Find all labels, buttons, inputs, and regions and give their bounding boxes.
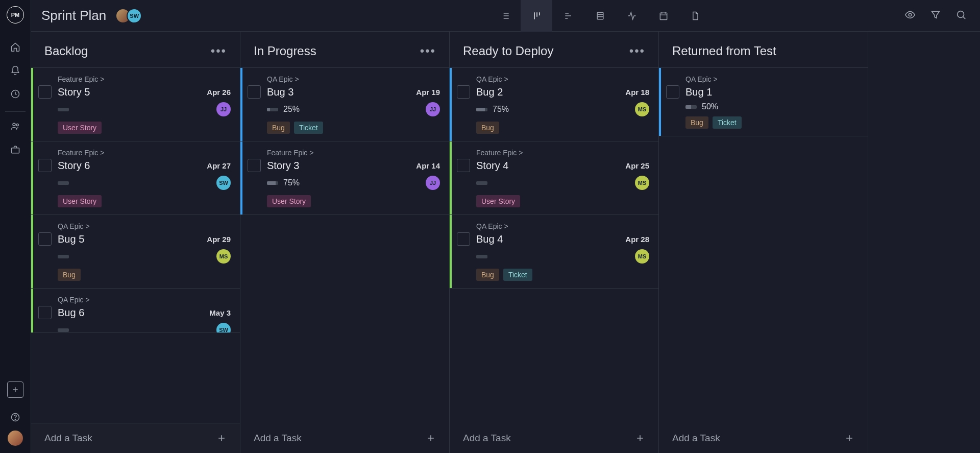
epic-breadcrumb[interactable]: QA Epic [58,296,231,304]
tag-row: Bug [58,269,231,281]
task-checkbox[interactable] [666,85,679,99]
add-task-label: Add a Task [463,433,511,444]
add-task-button[interactable]: Add a Task [450,423,658,453]
svg-rect-7 [660,13,667,19]
view-list-icon[interactable] [489,0,521,32]
tag[interactable]: Ticket [294,122,323,134]
task-checkbox[interactable] [457,85,470,99]
tag[interactable]: Bug [267,122,290,134]
tag[interactable]: User Story [58,195,102,207]
progress [58,181,69,185]
epic-breadcrumb[interactable]: QA Epic [58,222,231,230]
view-gantt-icon[interactable] [552,0,584,32]
task-card[interactable]: Feature EpicStory 5Apr 26JJUser Story [31,67,240,141]
user-avatar[interactable] [8,431,23,446]
bell-icon[interactable] [5,60,26,81]
view-activity-icon[interactable] [616,0,647,32]
epic-breadcrumb[interactable]: QA Epic [476,222,649,230]
task-card[interactable]: QA EpicBug 6May 3SW [31,288,240,333]
assignee-avatar[interactable]: SW [216,323,231,333]
tag[interactable]: Bug [58,269,81,281]
task-card[interactable]: Feature EpicStory 6Apr 27SWUser Story [31,141,240,215]
task-card[interactable]: QA EpicBug 5Apr 29MSBug [31,214,240,289]
task-title: Bug 1 [685,86,712,98]
tag[interactable]: Bug [476,269,499,281]
epic-breadcrumb[interactable]: Feature Epic [58,149,231,157]
epic-breadcrumb[interactable]: Feature Epic [476,149,649,157]
view-board-icon[interactable] [521,0,552,32]
due-date: May 3 [209,308,231,317]
progress-percent: 75% [493,105,509,114]
task-checkbox[interactable] [248,85,261,99]
task-card[interactable]: QA EpicBug 4Apr 28MSBugTicket [450,214,658,289]
add-project-button[interactable] [7,382,23,398]
task-checkbox[interactable] [38,85,52,99]
epic-breadcrumb[interactable]: Feature Epic [58,75,231,83]
plus-icon [844,433,854,443]
assignee-avatar[interactable]: JJ [426,176,440,190]
column-menu-icon[interactable]: ••• [211,44,227,58]
add-task-button[interactable]: Add a Task [240,423,449,453]
assignee-avatar[interactable]: MS [635,176,649,190]
tag[interactable]: User Story [267,195,311,207]
task-checkbox[interactable] [38,159,52,172]
add-task-button[interactable]: Add a Task [659,423,868,453]
help-icon[interactable] [5,407,26,427]
assignee-avatar[interactable]: MS [635,249,649,264]
task-checkbox[interactable] [457,232,470,246]
briefcase-icon[interactable] [5,139,26,160]
epic-breadcrumb[interactable]: QA Epic [267,75,440,83]
clock-icon[interactable] [5,84,26,104]
priority-edge [31,289,33,332]
due-date: Apr 19 [416,88,440,97]
view-file-icon[interactable] [679,0,710,32]
card-list: Feature EpicStory 5Apr 26JJUser StoryFea… [31,67,240,423]
tag[interactable]: User Story [58,122,102,134]
task-card[interactable]: Feature EpicStory 4Apr 25MSUser Story [450,141,658,215]
priority-edge [31,141,33,214]
assignee-avatar[interactable]: SW [216,176,231,190]
svg-rect-3 [12,148,19,153]
visibility-icon[interactable] [904,9,916,22]
epic-breadcrumb[interactable]: QA Epic [685,75,859,83]
card-list: QA EpicBug 150%BugTicket [659,67,868,423]
task-checkbox[interactable] [38,306,52,319]
task-checkbox[interactable] [38,232,52,246]
epic-breadcrumb[interactable]: Feature Epic [267,149,440,157]
task-card[interactable]: QA EpicBug 2Apr 1875%MSBug [450,67,658,141]
column-menu-icon[interactable]: ••• [629,44,645,58]
task-title: Bug 3 [267,86,293,98]
assignee-avatar[interactable]: MS [216,249,231,264]
task-card[interactable]: QA EpicBug 3Apr 1925%JJBugTicket [240,67,449,141]
shared-with[interactable]: SW [115,8,142,23]
task-title: Story 6 [58,160,90,172]
tag[interactable]: User Story [476,195,520,207]
task-title: Bug 6 [58,307,84,319]
task-card[interactable]: Feature EpicStory 3Apr 1475%JJUser Story [240,141,449,215]
assignee-avatar[interactable]: JJ [216,102,231,116]
add-task-button[interactable]: Add a Task [31,423,240,453]
tag[interactable]: Ticket [713,116,742,129]
assignee-avatar[interactable]: MS [635,102,649,116]
card-list: QA EpicBug 3Apr 1925%JJBugTicketFeature … [240,67,449,423]
progress-bar [58,255,69,258]
view-calendar-icon[interactable] [647,0,679,32]
tag[interactable]: Bug [476,122,499,134]
column-menu-icon[interactable]: ••• [420,44,436,58]
epic-breadcrumb[interactable]: QA Epic [476,75,649,83]
app-logo[interactable]: PM [7,6,24,23]
member-avatar[interactable]: SW [127,8,142,23]
task-checkbox[interactable] [248,159,261,172]
assignee-avatar[interactable]: JJ [426,102,440,116]
task-card[interactable]: QA EpicBug 150%BugTicket [659,67,868,136]
tag[interactable]: Ticket [503,269,532,281]
home-icon[interactable] [5,37,26,57]
filter-icon[interactable] [930,9,941,22]
view-sheet-icon[interactable] [584,0,616,32]
team-icon[interactable] [5,116,26,136]
task-checkbox[interactable] [457,159,470,172]
tag-row: BugTicket [685,116,859,129]
tag-row: BugTicket [476,269,649,281]
search-icon[interactable] [955,9,967,22]
tag[interactable]: Bug [685,116,708,129]
